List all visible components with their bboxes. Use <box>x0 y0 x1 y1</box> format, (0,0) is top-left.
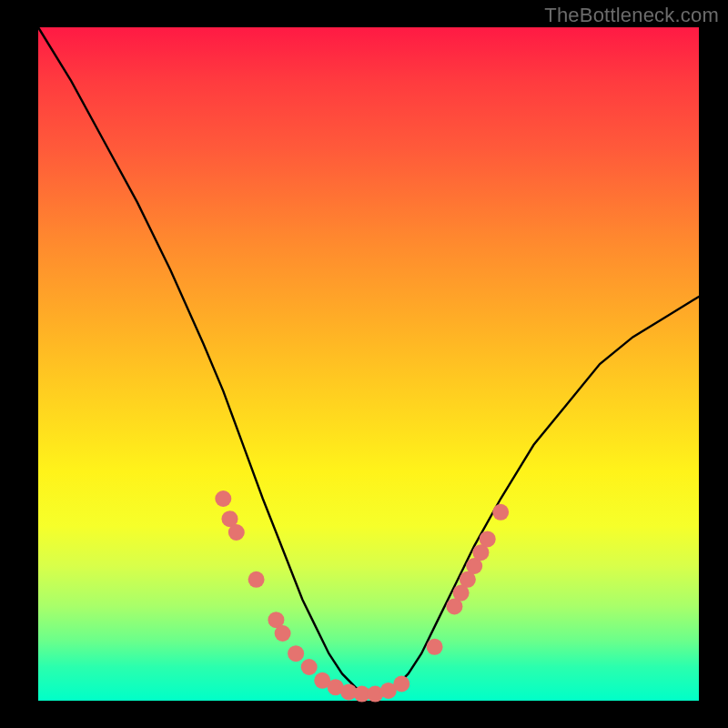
data-marker <box>427 639 443 655</box>
data-marker <box>393 676 410 693</box>
curve-layer <box>0 0 728 728</box>
data-marker <box>215 490 231 507</box>
data-marker <box>228 524 245 541</box>
data-marker <box>248 571 265 588</box>
data-marker <box>301 659 318 675</box>
data-marker <box>492 504 509 521</box>
data-marker <box>275 625 291 642</box>
chart-frame: TheBottleneck.com <box>0 0 728 728</box>
data-marker <box>480 531 496 547</box>
data-marker <box>288 645 304 662</box>
bottleneck-curve <box>38 27 699 694</box>
watermark-text: TheBottleneck.com <box>544 4 719 27</box>
